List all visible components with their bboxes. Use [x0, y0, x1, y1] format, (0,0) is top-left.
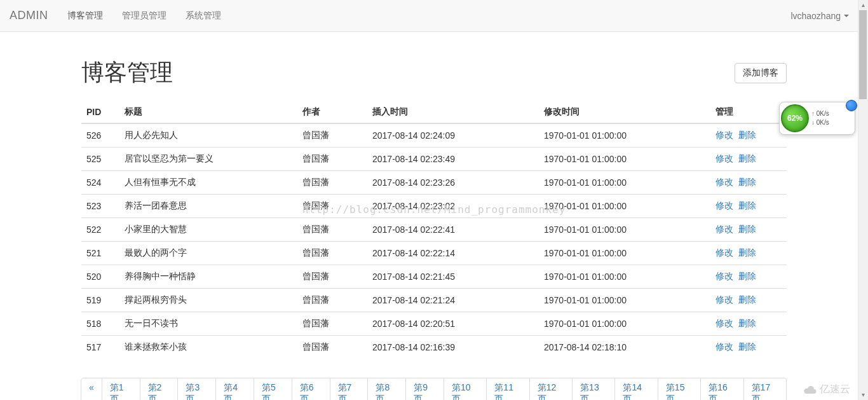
cell-title: 无一日不读书 — [119, 312, 297, 336]
cell-insert_time: 2017-08-14 02:22:41 — [367, 218, 539, 242]
delete-link[interactable]: 删除 — [738, 224, 756, 234]
page-item-11[interactable]: 第11页 — [486, 378, 529, 400]
scroll-up-arrow-icon[interactable]: ▴ — [858, 0, 868, 10]
edit-link[interactable]: 修改 — [715, 200, 733, 210]
edit-link[interactable]: 修改 — [715, 294, 733, 305]
cell-pid: 524 — [81, 171, 119, 195]
edit-link[interactable]: 修改 — [715, 224, 733, 234]
widget-ball-icon — [846, 100, 857, 111]
page-item-2[interactable]: 第2页 — [140, 378, 179, 400]
nav-link-system[interactable]: 系统管理 — [176, 1, 231, 31]
brand[interactable]: ADMIN — [10, 9, 58, 22]
widget-speed: 0K/s 0K/s — [811, 109, 851, 127]
cell-mod_time: 1970-01-01 01:00:00 — [539, 289, 710, 312]
edit-link[interactable]: 修改 — [715, 341, 733, 352]
cell-pid: 521 — [81, 242, 119, 265]
cell-actions: 修改 删除 — [710, 312, 787, 336]
page-item-5[interactable]: 第5页 — [254, 378, 292, 400]
page-item-4[interactable]: 第4页 — [215, 378, 254, 400]
delete-link[interactable]: 删除 — [738, 200, 756, 210]
page-item-3[interactable]: 第3页 — [177, 378, 216, 400]
add-blog-button[interactable]: 添加博客 — [735, 63, 787, 83]
cell-insert_time: 2017-08-14 02:24:09 — [367, 123, 539, 148]
cell-title: 人但有恒事无不成 — [119, 171, 297, 195]
page-item-13[interactable]: 第13页 — [572, 378, 615, 400]
cell-pid: 522 — [81, 218, 119, 242]
cell-insert_time: 2017-08-14 02:21:45 — [367, 265, 539, 289]
page-item-12[interactable]: 第12页 — [529, 378, 573, 400]
cell-author: 曾国藩 — [297, 171, 367, 195]
cell-title: 谁来拯救笨小孩 — [119, 336, 297, 359]
cell-title: 居官以坚忍为第一要义 — [119, 148, 297, 171]
scroll-down-arrow-icon[interactable]: ▾ — [858, 390, 868, 400]
edit-link[interactable]: 修改 — [715, 247, 733, 258]
cell-insert_time: 2017-08-14 02:21:24 — [367, 289, 539, 312]
cell-mod_time: 1970-01-01 01:00:00 — [539, 242, 710, 265]
scrollbar-thumb[interactable] — [859, 10, 867, 99]
cell-mod_time: 1970-01-01 01:00:00 — [539, 123, 710, 148]
edit-link[interactable]: 修改 — [715, 318, 733, 328]
page-item-10[interactable]: 第10页 — [444, 378, 487, 400]
table-header-row: PID 标题 作者 插入时间 修改时间 管理 — [81, 101, 787, 123]
cell-author: 曾国藩 — [297, 148, 367, 171]
delete-link[interactable]: 删除 — [738, 271, 756, 281]
th-mod: 修改时间 — [539, 101, 710, 123]
th-actions: 管理 — [710, 101, 787, 123]
cell-insert_time: 2017-08-14 02:22:14 — [367, 242, 539, 265]
cell-actions: 修改 删除 — [710, 148, 787, 171]
table-row: 517谁来拯救笨小孩曾国藩2017-08-14 02:16:392017-08-… — [81, 336, 787, 359]
table-row: 522小家里的大智慧曾国藩2017-08-14 02:22:411970-01-… — [81, 218, 787, 242]
page-item-7[interactable]: 第7页 — [330, 378, 369, 400]
cell-actions: 修改 删除 — [710, 242, 787, 265]
page-prev[interactable]: « — [81, 378, 102, 400]
page-item-9[interactable]: 第9页 — [405, 378, 444, 400]
pagination: «第1页第2页第3页第4页第5页第6页第7页第8页第9页第10页第11页第12页… — [81, 378, 787, 400]
cell-author: 曾国藩 — [297, 336, 367, 359]
delete-link[interactable]: 删除 — [738, 294, 756, 305]
delete-link[interactable]: 删除 — [738, 247, 756, 258]
page-item-16[interactable]: 第16页 — [700, 378, 743, 400]
cell-actions: 修改 删除 — [710, 336, 787, 359]
edit-link[interactable]: 修改 — [715, 130, 733, 140]
cell-author: 曾国藩 — [297, 123, 367, 148]
delete-link[interactable]: 删除 — [738, 130, 756, 140]
nav-link-admin[interactable]: 管理员管理 — [112, 1, 176, 31]
scrollbar-track[interactable]: ▴ ▾ — [858, 0, 868, 400]
delete-link[interactable]: 删除 — [738, 341, 756, 352]
page-item-15[interactable]: 第15页 — [658, 378, 701, 400]
cell-pid: 519 — [81, 289, 119, 312]
th-author: 作者 — [297, 101, 367, 123]
cell-pid: 518 — [81, 312, 119, 336]
cell-actions: 修改 删除 — [710, 218, 787, 242]
page-item-8[interactable]: 第8页 — [367, 378, 406, 400]
page-item-1[interactable]: 第1页 — [102, 378, 140, 400]
nav-link-blog[interactable]: 博客管理 — [58, 1, 112, 31]
cell-pid: 523 — [81, 195, 119, 218]
th-insert: 插入时间 — [367, 101, 539, 123]
page-item-14[interactable]: 第14页 — [614, 378, 658, 400]
cell-author: 曾国藩 — [297, 242, 367, 265]
delete-link[interactable]: 删除 — [738, 177, 756, 187]
page-item-17[interactable]: 第17页 — [743, 378, 787, 400]
main-container: 博客管理 添加博客 PID 标题 作者 插入时间 修改时间 管理 526用人必先… — [72, 57, 796, 400]
table-row: 520养得胸中一种恬静曾国藩2017-08-14 02:21:451970-01… — [81, 265, 787, 289]
cell-title: 小家里的大智慧 — [119, 218, 297, 242]
th-title: 标题 — [119, 101, 297, 123]
delete-link[interactable]: 删除 — [738, 318, 756, 328]
edit-link[interactable]: 修改 — [715, 177, 733, 187]
user-dropdown[interactable]: lvchaozhang — [781, 1, 858, 31]
user-name: lvchaozhang — [790, 11, 841, 21]
cell-author: 曾国藩 — [297, 265, 367, 289]
widget-upload: 0K/s — [811, 109, 851, 118]
cell-pid: 525 — [81, 148, 119, 171]
edit-link[interactable]: 修改 — [715, 153, 733, 163]
edit-link[interactable]: 修改 — [715, 271, 733, 281]
caret-down-icon — [844, 15, 849, 17]
table-row: 525居官以坚忍为第一要义曾国藩2017-08-14 02:23:491970-… — [81, 148, 787, 171]
page-item-6[interactable]: 第6页 — [292, 378, 330, 400]
widget-download: 0K/s — [811, 118, 851, 127]
cell-mod_time: 1970-01-01 01:00:00 — [539, 218, 710, 242]
widget-overlay[interactable]: 62% 0K/s 0K/s — [779, 102, 855, 135]
cell-title: 最败人的两个字 — [119, 242, 297, 265]
delete-link[interactable]: 删除 — [738, 153, 756, 163]
